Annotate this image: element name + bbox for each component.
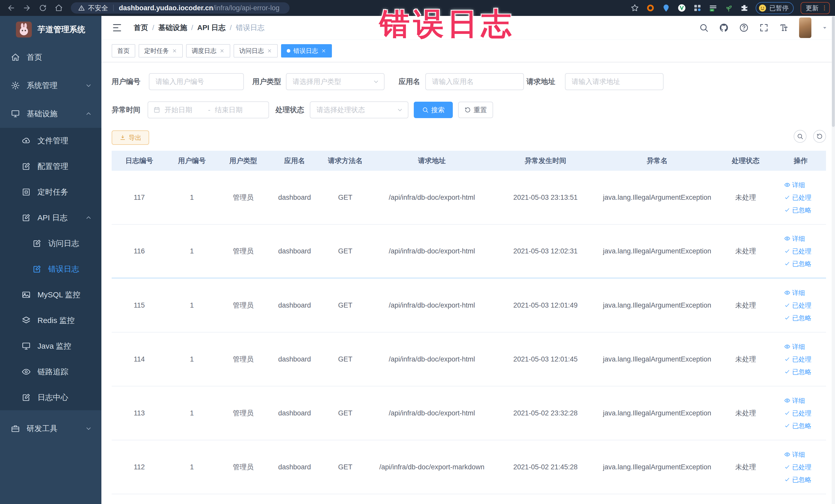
- lineson-icon[interactable]: on: [709, 4, 717, 12]
- app-logo[interactable]: 芋道管理系统: [0, 16, 101, 43]
- action-processed-link[interactable]: 已处理: [784, 355, 817, 364]
- url-host: dashboard.yudao.iocoder.cn: [119, 4, 213, 12]
- sidebar-menu-item[interactable]: API 日志: [0, 205, 101, 230]
- user-type-select[interactable]: 请选择用户类型: [286, 73, 385, 90]
- action-ignored-link[interactable]: 已忽略: [784, 260, 817, 268]
- error-log-table: 日志编号用户编号用户类型应用名请求方法名请求地址异常发生时间异常名处理状态操作 …: [111, 151, 826, 494]
- chevron-up-icon: [85, 110, 92, 117]
- tag-tab[interactable]: 访问日志: [233, 44, 278, 58]
- forward-button[interactable]: [22, 3, 32, 13]
- home-button[interactable]: [54, 3, 64, 13]
- scrollbar[interactable]: [832, 16, 835, 504]
- tag-tab[interactable]: 首页: [111, 44, 135, 58]
- sprout-icon[interactable]: [725, 4, 733, 12]
- sidebar-menu-item[interactable]: 研发工具: [0, 415, 101, 443]
- sidebar: 芋道管理系统 首页系统管理基础设施文件管理配置管理定时任务API 日志访问日志错…: [0, 16, 101, 504]
- breadcrumb-item: 错误日志: [236, 23, 265, 33]
- action-processed-link[interactable]: 已处理: [784, 409, 817, 418]
- search-icon[interactable]: [699, 23, 709, 33]
- user-id-input[interactable]: [149, 73, 244, 90]
- menu-item-label: 错误日志: [48, 264, 79, 275]
- sidebar-menu-item[interactable]: 配置管理: [0, 154, 101, 179]
- puzzle-icon[interactable]: [740, 4, 749, 12]
- action-detail-link[interactable]: 详细: [784, 450, 817, 459]
- action-ignored-link[interactable]: 已忽略: [784, 422, 817, 430]
- app-name-input[interactable]: [425, 73, 524, 90]
- cell-app: dashboard: [269, 409, 320, 417]
- sidebar-menu-item[interactable]: 基础设施: [0, 100, 101, 128]
- sidebar-menu-item[interactable]: 错误日志: [0, 256, 101, 282]
- action-ignored-link[interactable]: 已忽略: [784, 368, 817, 376]
- refresh-table-button[interactable]: [813, 130, 826, 143]
- github-icon[interactable]: [719, 23, 729, 33]
- action-detail-link[interactable]: 详细: [784, 397, 817, 405]
- breadcrumb-item[interactable]: 首页: [134, 23, 148, 33]
- menu-item-label: 首页: [27, 52, 42, 63]
- action-processed-link[interactable]: 已处理: [784, 301, 817, 310]
- close-icon[interactable]: [220, 48, 225, 54]
- breadcrumb-item[interactable]: API 日志: [197, 23, 226, 33]
- font-size-icon[interactable]: [779, 23, 789, 33]
- sidebar-menu-item[interactable]: Redis 监控: [0, 308, 101, 333]
- docs-help-icon[interactable]: [739, 23, 749, 33]
- toggle-search-button[interactable]: [794, 130, 807, 143]
- action-detail-link[interactable]: 详细: [784, 181, 817, 189]
- fullscreen-icon[interactable]: [759, 23, 769, 33]
- action-ignored-link[interactable]: 已忽略: [784, 206, 817, 215]
- sidebar-menu-item[interactable]: 定时任务: [0, 179, 101, 205]
- table-row: 1121管理员dashboardGET/api/infra/db-doc/exp…: [111, 440, 826, 494]
- sidebar-menu-item[interactable]: 访问日志: [0, 230, 101, 256]
- reload-button[interactable]: [38, 3, 48, 13]
- sidebar-menu-item[interactable]: 首页: [0, 43, 101, 72]
- action-detail-link[interactable]: 详细: [784, 235, 817, 243]
- pin-icon[interactable]: [662, 4, 670, 12]
- table-header-cell: 异常发生时间: [493, 156, 598, 165]
- request-url-input[interactable]: [565, 73, 664, 90]
- griddots-icon[interactable]: [693, 4, 702, 12]
- url-path: /infra/log/api-error-log: [213, 4, 280, 12]
- cell-app: dashboard: [269, 194, 320, 202]
- cell-app: dashboard: [269, 355, 320, 363]
- close-icon[interactable]: [267, 48, 272, 54]
- sidebar-menu-item[interactable]: 系统管理: [0, 72, 101, 100]
- action-processed-link[interactable]: 已处理: [784, 193, 817, 202]
- close-icon[interactable]: [172, 48, 177, 54]
- user-avatar[interactable]: [799, 18, 811, 38]
- star-icon[interactable]: [630, 4, 639, 12]
- process-status-select[interactable]: 请选择处理状态: [310, 101, 408, 118]
- tag-tab[interactable]: 定时任务: [139, 44, 183, 58]
- browser-profile[interactable]: 已暂停: [756, 2, 794, 14]
- scrollbar-thumb[interactable]: [832, 16, 835, 127]
- sidebar-menu-item[interactable]: 日志中心: [0, 385, 101, 410]
- action-ignored-link[interactable]: 已忽略: [784, 476, 817, 484]
- action-processed-link[interactable]: 已处理: [784, 247, 817, 256]
- kebab-menu-icon[interactable]: [821, 5, 828, 11]
- caret-down-icon[interactable]: [822, 25, 828, 31]
- action-detail-link[interactable]: 详细: [784, 343, 817, 351]
- sidebar-menu-item[interactable]: 文件管理: [0, 128, 101, 154]
- export-button[interactable]: 导出: [111, 130, 149, 145]
- close-icon[interactable]: [321, 48, 326, 54]
- chevron-down-icon: [373, 78, 380, 85]
- breadcrumb-item[interactable]: 基础设施: [158, 23, 187, 33]
- svg-text:on: on: [711, 9, 713, 11]
- action-processed-link[interactable]: 已处理: [784, 463, 817, 471]
- action-detail-link[interactable]: 详细: [784, 288, 817, 297]
- sidebar-menu-item[interactable]: Java 监控: [0, 333, 101, 359]
- tag-tab[interactable]: 调度日志: [186, 44, 230, 58]
- sidebar-menu-item[interactable]: 链路追踪: [0, 359, 101, 385]
- action-ignored-link[interactable]: 已忽略: [784, 314, 817, 322]
- sidebar-menu-item[interactable]: MySQL 监控: [0, 282, 101, 308]
- back-button[interactable]: [6, 3, 16, 13]
- browser-update-button[interactable]: 更新: [801, 2, 830, 14]
- reset-button[interactable]: 重置: [458, 102, 493, 118]
- house-icon: [11, 53, 20, 62]
- address-bar[interactable]: 不安全 dashboard.yudao.iocoder.cn/infra/log…: [71, 2, 289, 14]
- vcircle-icon[interactable]: [677, 4, 686, 12]
- cell-user-type: 管理员: [217, 462, 269, 472]
- date-range-picker[interactable]: 开始日期 - 结束日期: [148, 101, 269, 118]
- tag-tab[interactable]: 错误日志: [281, 44, 332, 58]
- ring-icon[interactable]: [646, 4, 655, 12]
- search-button[interactable]: 搜索: [414, 102, 453, 118]
- fold-menu-icon[interactable]: [111, 22, 122, 33]
